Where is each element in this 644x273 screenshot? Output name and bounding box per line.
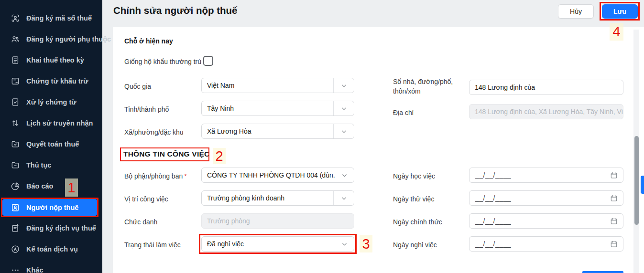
sidebar-item-quyet-toan-thue[interactable]: Quyết toán thuế bbox=[0, 134, 102, 155]
province-select[interactable]: Tây Ninh bbox=[201, 101, 354, 116]
taxpayer-edit-form: Chỗ ở hiện nay Giống hộ khẩu thường trú … bbox=[113, 27, 644, 273]
sidebar-item-khac[interactable]: Khác bbox=[0, 260, 102, 273]
group-icon bbox=[11, 34, 20, 44]
document-plus-icon bbox=[11, 223, 20, 233]
calendar-icon[interactable] bbox=[605, 191, 623, 205]
sidebar-item-label: Đăng ký người phụ thuộc bbox=[26, 35, 111, 43]
street-input[interactable]: 148 Lương định của bbox=[469, 80, 623, 95]
sidebar-item-dang-ky-nguoi-phu-thuoc[interactable]: Đăng ký người phụ thuộc bbox=[0, 29, 102, 50]
chevron-down-icon bbox=[335, 168, 354, 182]
address-input-disabled: 148 Lương định của, Xã Lương Hòa, Tây Ni… bbox=[469, 104, 623, 119]
job-title-input-disabled: Trưởng phòng bbox=[201, 213, 354, 229]
department-label: Bộ phận/phòng ban* bbox=[124, 171, 187, 181]
id-scan-icon bbox=[11, 13, 20, 23]
chevron-down-icon bbox=[333, 124, 354, 138]
same-as-permanent-label: Giống hộ khẩu thường trú bbox=[124, 57, 201, 66]
edge-handle[interactable] bbox=[641, 176, 644, 194]
sidebar-item-label: Đăng ký mã số thuế bbox=[26, 14, 92, 22]
same-as-permanent-checkbox[interactable] bbox=[203, 56, 213, 66]
compass-icon bbox=[11, 244, 20, 254]
probation-date-input[interactable]: __/__/____ bbox=[469, 190, 623, 206]
sidebar-item-lich-su-truyen-nhan[interactable]: Lịch sử truyền nhận bbox=[0, 113, 102, 134]
save-button[interactable]: Lưu bbox=[602, 4, 638, 19]
apprentice-date-label: Ngày học việc bbox=[393, 171, 435, 181]
cancel-button[interactable]: Hủy bbox=[558, 4, 594, 19]
apprentice-date-input[interactable]: __/__/____ bbox=[469, 168, 623, 183]
province-label: Tỉnh/thành phố bbox=[124, 105, 169, 114]
card-minus-icon bbox=[11, 76, 20, 86]
official-date-input[interactable]: __/__/____ bbox=[469, 213, 623, 229]
sidebar-item-xu-ly-chung-tu[interactable]: Xử lý chứng từ bbox=[0, 92, 102, 113]
document-lines-icon bbox=[11, 55, 20, 65]
sidebar-item-label: Khai thuế theo kỳ bbox=[26, 56, 84, 64]
official-date-label: Ngày chính thức bbox=[393, 217, 442, 227]
sidebar-item-label: Báo cáo bbox=[26, 182, 53, 190]
work-status-select[interactable]: Đã nghỉ việc bbox=[201, 236, 354, 252]
folder-check-icon bbox=[11, 139, 20, 149]
sidebar-item-label: Chứng từ khấu trừ bbox=[26, 77, 88, 85]
calendar-icon[interactable] bbox=[605, 237, 623, 251]
work-section-title: THÔNG TIN CÔNG VIỆC bbox=[123, 150, 209, 158]
leave-date-label: Ngày nghỉ việc bbox=[393, 240, 437, 250]
ward-select[interactable]: Xã Lương Hòa bbox=[201, 124, 354, 139]
sidebar-item-khai-thue-theo-ky[interactable]: Khai thuế theo kỳ bbox=[0, 50, 102, 71]
sidebar-item-label: Quyết toán thuế bbox=[26, 140, 79, 148]
sidebar-item-label: Kế toán dịch vụ bbox=[26, 245, 78, 253]
department-select[interactable]: CÔNG TY TNHH PHÒNG QTDH 004 (dùn... bbox=[201, 168, 354, 183]
chevron-down-icon bbox=[335, 237, 354, 251]
sidebar-item-dang-ky-ma-so-thue[interactable]: Đăng ký mã số thuế bbox=[0, 8, 102, 29]
sidebar-item-label: Đăng ký dịch vụ thuế bbox=[26, 224, 96, 232]
address-label: Địa chỉ bbox=[393, 108, 414, 117]
sidebar-item-label: Xử lý chứng từ bbox=[26, 98, 76, 106]
work-status-label: Trạng thái làm việc bbox=[124, 240, 181, 250]
pie-chart-icon bbox=[11, 181, 20, 191]
folder-minus-icon bbox=[11, 160, 20, 170]
sidebar-item-dang-ky-dich-vu-thue[interactable]: Đăng ký dịch vụ thuế bbox=[0, 218, 102, 239]
leave-date-input[interactable]: __/__/____ bbox=[469, 236, 623, 252]
chevron-down-icon bbox=[333, 191, 354, 205]
calendar-icon[interactable] bbox=[605, 168, 623, 182]
sidebar-item-nguoi-nop-thue[interactable]: Người nộp thuế bbox=[2, 199, 97, 216]
country-label: Quốc gia bbox=[124, 82, 151, 91]
residence-section-title: Chỗ ở hiện nay bbox=[124, 37, 173, 45]
sidebar-item-bao-cao[interactable]: Báo cáo bbox=[0, 176, 102, 197]
sidebar-item-ke-toan-dich-vu[interactable]: Kế toán dịch vụ bbox=[0, 239, 102, 260]
sidebar-item-label: Lịch sử truyền nhận bbox=[26, 119, 93, 127]
street-label: Số nhà, đường/phố, thôn/xóm bbox=[393, 77, 461, 96]
page-title: Chỉnh sửa người nộp thuế bbox=[113, 5, 238, 16]
sidebar-item-label: Người nộp thuế bbox=[26, 204, 78, 211]
ellipsis-icon bbox=[11, 265, 20, 273]
id-badge-icon bbox=[11, 203, 20, 212]
sidebar-item-label: Khác bbox=[26, 266, 43, 273]
document-check-icon bbox=[11, 97, 20, 107]
arrows-up-down-icon bbox=[11, 118, 20, 128]
job-title-label: Chức danh bbox=[124, 217, 157, 227]
ward-label: Xã/phường/đặc khu bbox=[124, 127, 184, 137]
calendar-icon[interactable] bbox=[605, 214, 623, 228]
country-select[interactable]: Việt Nam bbox=[201, 78, 354, 93]
required-asterisk: * bbox=[184, 172, 186, 180]
sidebar-item-thu-tuc[interactable]: Thủ tục bbox=[0, 155, 102, 176]
sidebar-item-label: Thủ tục bbox=[26, 161, 51, 169]
vertical-scrollbar[interactable] bbox=[633, 30, 639, 273]
sidebar-item-chung-tu-khau-tru[interactable]: Chứng từ khấu trừ bbox=[0, 71, 102, 92]
position-select[interactable]: Trưởng phòng kinh doanh bbox=[201, 190, 354, 206]
sidebar: Đăng ký mã số thuế Đăng ký người phụ thu… bbox=[0, 0, 102, 273]
probation-date-label: Ngày thử việc bbox=[393, 194, 434, 204]
chevron-down-icon bbox=[333, 78, 354, 93]
chevron-down-icon bbox=[333, 101, 354, 116]
scrollbar-thumb[interactable] bbox=[634, 136, 639, 225]
position-label: Vị trí công việc bbox=[124, 194, 168, 204]
hidden-bottom-button[interactable] bbox=[582, 271, 623, 273]
